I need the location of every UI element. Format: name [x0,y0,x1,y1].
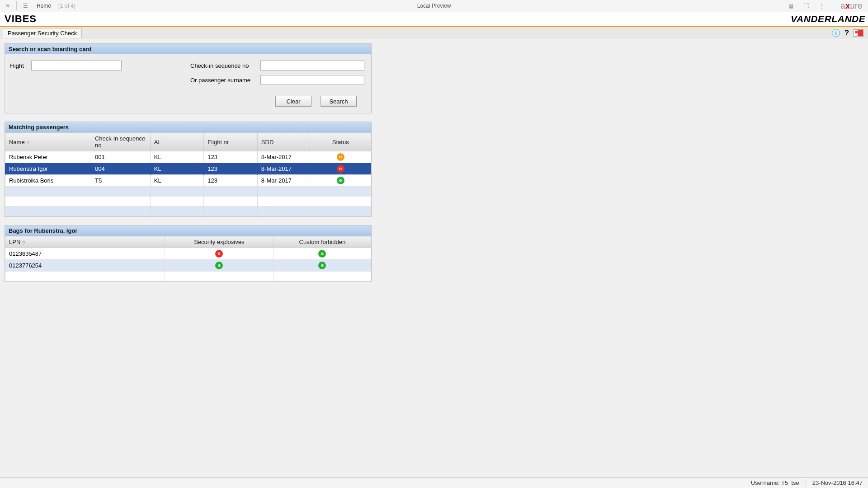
table-row [5,197,371,206]
breadcrumb-home[interactable]: Home [37,3,51,9]
status-badge: G [318,250,326,258]
preview-bar: ✕ ☰ Home (1 of 4) Local Preview ▤ ⛶ ⋮ ax… [0,0,868,12]
table-row[interactable]: 0123635487RG [5,248,371,260]
brand-logo: VANDERLANDE [791,14,865,24]
col-sdd[interactable]: SDD [257,133,310,151]
expand-icon[interactable]: ⛶ [802,2,810,10]
status-badge: O [337,153,344,161]
tab-bar: Passenger Security Check i ? [0,27,868,39]
cell-checkin: 004 [91,163,150,175]
status-badge: G [337,177,344,184]
col-checkin[interactable]: Check-in sequence no [91,133,150,151]
surname-label: Or passenger surname [190,77,260,84]
datetime-label: 23-Nov-2016 16:47 [812,479,863,486]
cell-status: G [310,175,371,187]
status-badge: G [318,262,326,269]
search-button[interactable]: Search [321,96,357,107]
cell-flight: 123 [204,151,258,163]
menu-icon[interactable]: ☰ [21,2,29,10]
col-flight[interactable]: Flight nr [204,133,258,151]
username-label: Username: T5_tse [751,479,799,486]
content-area: Search or scan boarding card Flight Chec… [0,39,376,295]
table-row [5,272,371,282]
cell-status: R [310,163,371,175]
status-badge: G [215,262,223,269]
search-panel-title: Search or scan boarding card [5,44,371,54]
breadcrumb-count: (1 of 4) [58,3,75,9]
cell-status: O [310,151,371,163]
cell-custom: G [274,260,371,272]
col-name[interactable]: Name▽ [5,133,91,151]
separator [806,479,806,487]
preview-title: Local Preview [417,3,451,9]
more-icon[interactable]: ⋮ [817,2,826,10]
cell-flight: 123 [204,175,258,187]
separator [833,1,833,10]
cell-checkin: 001 [91,151,150,163]
cell-checkin: T5 [91,175,150,187]
bags-panel: Bags for Rubenstra, Igor LPN▽ Security e… [5,225,372,282]
status-badge: R [215,250,223,258]
col-al[interactable]: AL [150,133,203,151]
notes-icon[interactable]: ▤ [787,2,795,10]
flight-label: Flight [9,62,31,69]
cell-security: G [165,260,274,272]
table-row[interactable]: Rubenstra Igor004KL1238-Mar-2017R [5,163,371,175]
col-custom[interactable]: Custom forbidden [274,236,371,248]
tab-passenger-security[interactable]: Passenger Security Check [3,28,82,38]
table-row [5,187,371,197]
app-title: VIBES [5,13,37,25]
search-panel: Search or scan boarding card Flight Chec… [5,43,372,113]
cell-sdd: 8-Mar-2017 [257,175,310,187]
matching-panel: Matching passengers Name▽ Check-in seque… [5,122,372,217]
app-header: VIBES VANDERLANDE [0,12,868,26]
matching-table: Name▽ Check-in sequence no AL Flight nr … [5,132,371,216]
sort-icon: ▽ [27,141,30,145]
matching-panel-title: Matching passengers [5,122,371,132]
help-icon[interactable]: ? [844,29,849,37]
checkin-input[interactable] [260,61,364,70]
cell-sdd: 8-Mar-2017 [257,163,310,175]
cell-name: Rubenstra Igor [5,163,91,175]
axure-logo: axure [840,1,863,11]
col-lpn[interactable]: LPN▽ [5,236,165,248]
table-row[interactable]: 0123776254GG [5,260,371,272]
clear-button[interactable]: Clear [275,96,311,107]
status-badge: R [337,165,344,173]
cell-lpn: 0123776254 [5,260,165,272]
bags-table: LPN▽ Security explosives Custom forbidde… [5,236,371,282]
bags-panel-title: Bags for Rubenstra, Igor [5,225,371,236]
col-security[interactable]: Security explosives [165,236,274,248]
table-row[interactable]: Rubensk Peter001KL1238-Mar-2017O [5,151,371,163]
cell-al: KL [150,175,203,187]
table-row[interactable]: Rubistroika BorisT5KL1238-Mar-2017G [5,175,371,187]
cell-name: Rubistroika Boris [5,175,91,187]
cell-sdd: 8-Mar-2017 [257,151,310,163]
cell-lpn: 0123635487 [5,248,165,260]
status-bar: Username: T5_tse 23-Nov-2016 16:47 [0,477,868,488]
cell-custom: G [274,248,371,260]
cell-flight: 123 [204,163,258,175]
cell-security: R [165,248,274,260]
cell-al: KL [150,163,203,175]
info-icon[interactable]: i [832,29,840,37]
cell-al: KL [150,151,203,163]
separator [16,1,17,10]
flight-input[interactable] [31,61,122,70]
logout-icon[interactable] [854,29,863,37]
col-status[interactable]: Status [310,133,371,151]
cell-name: Rubensk Peter [5,151,91,163]
table-row [5,206,371,216]
surname-input[interactable] [260,75,364,85]
checkin-label: Check-in sequence no [190,62,260,69]
sort-icon: ▽ [22,240,25,245]
close-icon[interactable]: ✕ [4,2,12,10]
